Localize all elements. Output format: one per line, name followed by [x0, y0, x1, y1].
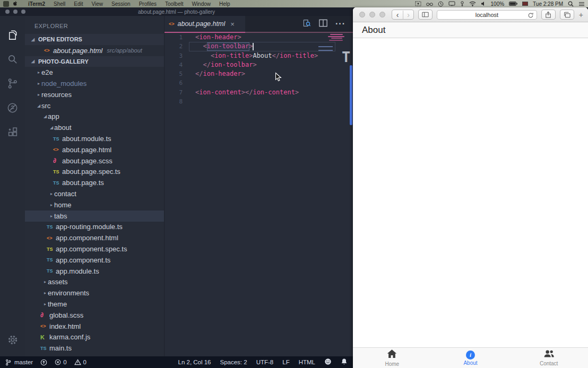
tree-folder-home[interactable]: ▸home [25, 199, 164, 211]
safari-traffic-lights[interactable] [359, 12, 385, 17]
explorer-files-icon[interactable] [0, 22, 25, 47]
tree-folder-contact[interactable]: ▸contact [25, 188, 164, 199]
new-tab-button[interactable]: + [578, 11, 585, 19]
sidebar-button[interactable] [418, 10, 433, 20]
warnings-indicator[interactable]: 0 [74, 359, 87, 365]
tree-file-about.page.ts[interactable]: TSabout.page.ts [25, 177, 164, 188]
settings-gear-icon[interactable] [0, 328, 25, 352]
wifi-icon[interactable] [469, 1, 476, 6]
tab-about[interactable]: iAbout [431, 348, 510, 368]
back-button[interactable]: ‹ [392, 11, 403, 19]
menu-item-iterm2[interactable]: iTerm2 [24, 1, 49, 7]
tree-file-about.page.spec.ts[interactable]: TSabout.page.spec.ts [25, 167, 164, 178]
errors-indicator[interactable]: 0 [55, 359, 66, 365]
tree-file-about.module.ts[interactable]: TSabout.module.ts [25, 133, 164, 144]
tab-contact[interactable]: Contact [509, 348, 588, 368]
vscode-traffic-lights[interactable] [5, 10, 25, 14]
code-line[interactable]: 7<ion-content></ion-content> [165, 88, 353, 97]
project-section-header[interactable]: ◢ PHOTO-GALLERY [25, 56, 164, 67]
forward-button[interactable]: › [403, 11, 413, 19]
menu-item-view[interactable]: View [88, 1, 108, 7]
code-line[interactable]: 4 </ion-toolbar> [165, 60, 353, 69]
address-bar[interactable]: localhost [437, 10, 537, 20]
menu-extra-app-icon[interactable] [3, 1, 9, 7]
open-editors-section-header[interactable]: ◢ OPEN EDITORS [25, 34, 164, 45]
apple-menu-icon[interactable] [13, 1, 19, 7]
code-line[interactable]: 3 <ion-title>About</ion-title> [165, 51, 353, 60]
code-text: <ion-content></ion-content> [189, 88, 299, 97]
reload-icon[interactable] [528, 12, 534, 19]
tree-folder-e2e[interactable]: ▸e2e [25, 67, 164, 78]
tree-file-app.component.ts[interactable]: TSapp.component.ts [25, 255, 164, 266]
tree-file-index.html[interactable]: <>index.html [25, 321, 164, 332]
more-actions-icon[interactable]: ··· [335, 19, 345, 29]
show-tabs-button[interactable] [560, 10, 574, 20]
code-editor[interactable]: 1<ion-header>2 <ion-toolbar>3 <ion-title… [165, 33, 353, 356]
tree-folder-src[interactable]: ◢src [25, 100, 164, 111]
menu-item-profiles[interactable]: Profiles [135, 1, 161, 7]
tree-folder-about[interactable]: ◢about [25, 122, 164, 133]
code-line[interactable]: 5</ion-header> [165, 69, 353, 78]
tree-file-app.component.html[interactable]: <>app.component.html [25, 232, 164, 243]
cursor-position[interactable]: Ln 2, Col 16 [178, 359, 211, 365]
menu-item-help[interactable]: Help [215, 1, 235, 7]
tree-file-app.module.ts[interactable]: TSapp.module.ts [25, 266, 164, 277]
code-line[interactable]: 1<ion-header> [165, 33, 353, 42]
menu-item-edit[interactable]: Edit [70, 1, 87, 7]
open-preview-icon[interactable] [302, 19, 311, 30]
eyeglasses-icon[interactable] [426, 2, 433, 6]
tree-folder-node_modules[interactable]: ▸node_modules [25, 78, 164, 89]
vscode-title-bar[interactable]: about.page.html — photo-gallery [0, 7, 353, 16]
battery-icon[interactable] [509, 2, 517, 6]
open-editor-item[interactable]: <> about.page.html src/app/about [25, 45, 164, 56]
menu-item-shell[interactable]: Shell [49, 1, 70, 7]
explorer-panel-title: EXPLORER [25, 16, 164, 34]
display-icon[interactable] [448, 1, 455, 6]
screen-capture-icon[interactable] [415, 1, 421, 6]
share-button[interactable] [541, 10, 556, 20]
tree-folder-theme[interactable]: ▸theme [25, 299, 164, 310]
menu-item-window[interactable]: Window [187, 1, 215, 7]
publish-icon[interactable] [40, 359, 47, 366]
indentation[interactable]: Spaces: 2 [220, 359, 247, 365]
tree-folder-resources[interactable]: ▸resources [25, 89, 164, 100]
volume-icon[interactable] [481, 1, 486, 6]
notifications-bell-icon[interactable] [341, 358, 348, 366]
tree-file-about.page.html[interactable]: <>about.page.html [25, 144, 164, 155]
feedback-smiley-icon[interactable] [324, 358, 332, 366]
tree-file-app-routing.module.ts[interactable]: TSapp-routing.module.ts [25, 222, 164, 233]
tree-file-global.scss[interactable]: ∂global.scss [25, 310, 164, 321]
encoding[interactable]: UTF-8 [256, 359, 274, 365]
tab-home[interactable]: Home [353, 348, 431, 368]
menu-clock[interactable]: Tue 2:28 PM [533, 1, 563, 7]
extensions-icon[interactable] [0, 120, 25, 144]
spotlight-icon[interactable] [568, 1, 574, 7]
debug-icon[interactable] [0, 95, 25, 120]
tree-file-about.page.scss[interactable]: ∂about.page.scss [25, 155, 164, 167]
tab-about-page-html[interactable]: <> about.page.html × [165, 16, 245, 32]
eol[interactable]: LF [282, 359, 289, 365]
input-device-icon[interactable] [460, 1, 464, 7]
code-line[interactable]: 6 [165, 78, 353, 87]
tree-file-app.component.spec.ts[interactable]: TSapp.component.spec.ts [25, 243, 164, 255]
code-line[interactable]: 8 [165, 97, 353, 106]
time-machine-icon[interactable] [438, 1, 444, 7]
tree-folder-assets[interactable]: ▸assets [25, 277, 164, 288]
split-editor-icon[interactable] [319, 19, 327, 29]
search-icon[interactable] [0, 47, 25, 71]
source-control-icon[interactable] [0, 71, 25, 95]
input-source-flag-icon[interactable] [522, 2, 528, 6]
language-mode[interactable]: HTML [299, 359, 315, 365]
tree-item-label: e2e [41, 68, 53, 76]
tree-folder-app[interactable]: ◢app [25, 111, 164, 122]
tree-folder-environments[interactable]: ▸environments [25, 287, 164, 299]
tree-file-karma.conf.js[interactable]: Kkarma.conf.js [25, 332, 164, 343]
url-text: localhost [475, 12, 498, 18]
menu-item-toolbelt[interactable]: Toolbelt [161, 1, 187, 7]
git-branch-name[interactable]: master [14, 359, 33, 365]
menu-item-session[interactable]: Session [107, 1, 135, 7]
tab-close-icon[interactable]: × [230, 20, 235, 28]
tree-folder-tabs[interactable]: ▸tabs [25, 211, 164, 222]
tree-file-main.ts[interactable]: TSmain.ts [25, 343, 164, 354]
notification-center-icon[interactable] [578, 2, 585, 6]
